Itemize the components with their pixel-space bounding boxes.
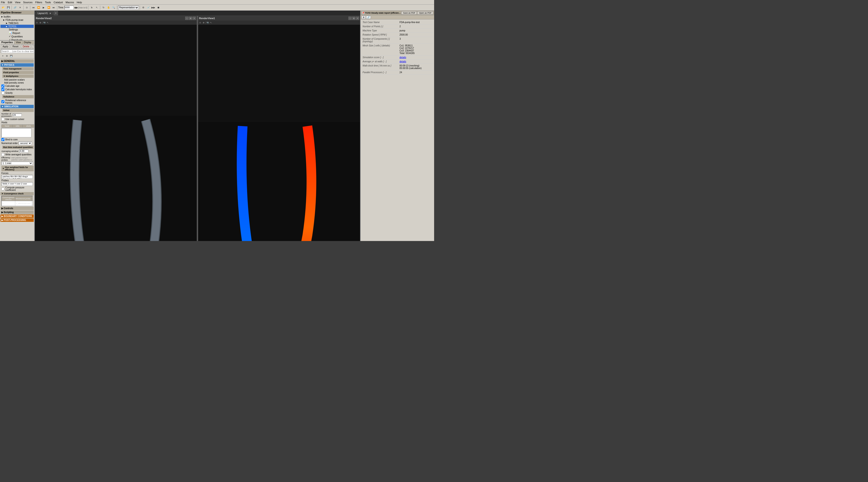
compute-pressure-checkbox[interactable] (1, 187, 4, 190)
vp2-close[interactable]: ✕ (193, 17, 196, 20)
num-processors-input[interactable] (12, 114, 22, 117)
calc-age-checkbox[interactable] (1, 85, 4, 88)
vp1-interact[interactable]: ↖ (210, 21, 213, 24)
vp1-close[interactable]: ✕ (356, 17, 359, 20)
report-pin-icon[interactable]: 📌 (362, 11, 365, 14)
toolbar-play[interactable]: ▶ (41, 5, 46, 10)
props-expand-all[interactable]: ⊞ (5, 54, 9, 58)
toolbar-run[interactable]: ▶▶ (151, 5, 156, 10)
time-step-up[interactable]: ▶ (76, 6, 78, 9)
toolbar-reset-camera[interactable]: ⊙ (25, 5, 29, 10)
toolbar-disconnect[interactable]: ✕ (18, 5, 22, 10)
subsection-flux[interactable]: ▼ Flux weighted fields for efficiency (1, 166, 34, 171)
menu-sources[interactable]: Sources (23, 1, 32, 4)
add-layout-button[interactable]: + (54, 11, 58, 15)
toolbar-select[interactable]: ↖ (94, 5, 99, 10)
props-save[interactable]: 💾 (9, 54, 13, 58)
time-input[interactable] (64, 5, 74, 10)
toolbar-save[interactable]: 💾 (6, 5, 11, 10)
calc-hemolysis-checkbox[interactable] (1, 88, 4, 91)
toolbar-open[interactable]: 📂 (1, 5, 5, 10)
tab-view[interactable]: View (14, 41, 22, 44)
tab-information[interactable]: Information (33, 41, 34, 44)
save-as-pdf-button[interactable]: Save as PDF (401, 11, 417, 14)
time-step-down[interactable]: ◀ (74, 6, 76, 9)
efficiency-probes-select[interactable]: 1: 1:inlet 2: rotor 3: outlet (1, 162, 33, 165)
vp2-restore[interactable]: ⊞ (189, 17, 192, 20)
toolbar-last[interactable]: ⏭ (52, 5, 56, 10)
props-collapse-all[interactable]: ≡ (1, 54, 5, 58)
pipeline-item-residuals[interactable]: ✓ Residuals (0, 38, 34, 41)
subsection-turbulence[interactable]: Turbulence (2, 95, 34, 98)
add-passive-scalars-row[interactable]: Add passive scalars (0, 78, 34, 81)
menu-help[interactable]: Help (77, 1, 82, 4)
hosts-area[interactable] (1, 128, 31, 137)
menu-file[interactable]: File (1, 1, 5, 4)
numerical-order-select[interactable]: second (19, 141, 32, 145)
report-toolbar-btn2[interactable]: 🔗 (366, 16, 371, 19)
toolbar-eyedropper[interactable]: 💉 (146, 5, 151, 10)
representation-dropdown[interactable]: Representation (118, 5, 139, 10)
section-convergence[interactable]: ▼ Convergence check (0, 192, 34, 195)
vp2-zoom-fit[interactable]: ⊕ (39, 21, 42, 24)
vp2-reset-cam[interactable]: ⊙ (35, 21, 38, 24)
write-averaged-checkbox[interactable] (1, 153, 4, 156)
vp2-screenshot[interactable]: 📷 (43, 21, 46, 24)
render-view2[interactable]: RenderView2 □ ⊞ ✕ ⊙ ⊕ 📷 ↖ (35, 16, 197, 241)
section-post-processing[interactable]: ▶ POST-PROCESSING (0, 218, 34, 222)
rotational-ref-checkbox[interactable] (1, 100, 4, 103)
gravity-checkbox[interactable] (1, 91, 4, 94)
menu-edit[interactable]: Edit (8, 1, 12, 4)
use-custom-solver-checkbox[interactable] (1, 118, 4, 121)
pipeline-item-tmesh[interactable]: ▶ TMESH1 (0, 22, 34, 25)
vp2-interact[interactable]: ↖ (46, 21, 50, 24)
reset-button[interactable]: Reset (11, 45, 20, 48)
pipeline-item-settings[interactable]: Settings (0, 28, 34, 31)
report-value[interactable]: details (400, 56, 432, 59)
toolbar-stop[interactable]: ⏹ (156, 5, 161, 10)
section-controls[interactable]: ▶ Controls (0, 206, 34, 210)
menu-filters[interactable]: Filters (35, 1, 42, 4)
tab-properties[interactable]: Properties (0, 41, 14, 44)
section-physics[interactable]: ▼ PHYSICS (0, 63, 34, 67)
add-porosity-row[interactable]: Add porosity zones (0, 81, 34, 84)
toolbar-next[interactable]: ⏩ (46, 5, 51, 10)
help-button[interactable]: ? (32, 45, 34, 48)
toolbar-camera-orbit[interactable]: ↻ (101, 5, 106, 10)
report-value[interactable]: details (400, 60, 432, 63)
subsection-time[interactable]: Time management (2, 67, 34, 70)
delete-button[interactable]: Delete (21, 45, 31, 48)
toolbar-camera-pan[interactable]: ✋ (106, 5, 111, 10)
toolbar-interact[interactable]: 🖱 (89, 5, 94, 10)
apply-button[interactable]: Apply (1, 45, 10, 48)
pipeline-item-tcfd1[interactable]: ▶ TCFD1 (0, 25, 34, 28)
render-view1[interactable]: RenderView1 □ ⊞ ✕ ⊙ ⊕ 📷 ↖ (198, 16, 360, 241)
vp1-maximize[interactable]: □ (348, 17, 352, 20)
report-toolbar-btn1[interactable]: ⊞ (362, 16, 366, 19)
bind-to-core-checkbox[interactable] (1, 138, 4, 141)
vp2-maximize[interactable]: □ (185, 17, 188, 20)
vp1-reset-cam[interactable]: ⊙ (198, 21, 202, 24)
toolbar-settings[interactable]: ⚙ (141, 5, 146, 10)
toolbar-prev[interactable]: ⏪ (36, 5, 41, 10)
pipeline-item-quantities[interactable]: ✓ Quantities (0, 35, 34, 38)
tab-display[interactable]: Display (22, 41, 33, 44)
section-boundary[interactable]: ▶ BOUNDARY CONDITIONS (0, 215, 34, 218)
menu-macros[interactable]: Macros (66, 1, 74, 4)
vp1-screenshot[interactable]: 📷 (206, 21, 209, 24)
open-as-pdf-button[interactable]: Open as PDF (417, 11, 433, 14)
toolbar-camera-zoom[interactable]: 🔍 (111, 5, 116, 10)
menu-catalyst[interactable]: Catalyst (54, 1, 63, 4)
subsection-fluid[interactable]: Fluid properties (2, 71, 34, 74)
pipeline-item-report[interactable]: 📊 Report (0, 31, 34, 35)
layout-tab-1[interactable]: Layout #1 ✕ (36, 11, 53, 15)
menu-view[interactable]: View (15, 1, 21, 4)
properties-search[interactable] (1, 50, 34, 53)
layout-tab-close[interactable]: ✕ (50, 12, 51, 14)
pipeline-item-builtin[interactable]: ▶ builtin: (0, 15, 34, 18)
subsection-multiphysics[interactable]: ▼ Multiphysics (2, 74, 34, 78)
section-scripting[interactable]: ▶ Scripting (0, 211, 34, 214)
section-simulation[interactable]: ▼ SIMULATION (0, 105, 34, 108)
toolbar-connect[interactable]: 🔗 (13, 5, 17, 10)
menu-tools[interactable]: Tools (45, 1, 51, 4)
